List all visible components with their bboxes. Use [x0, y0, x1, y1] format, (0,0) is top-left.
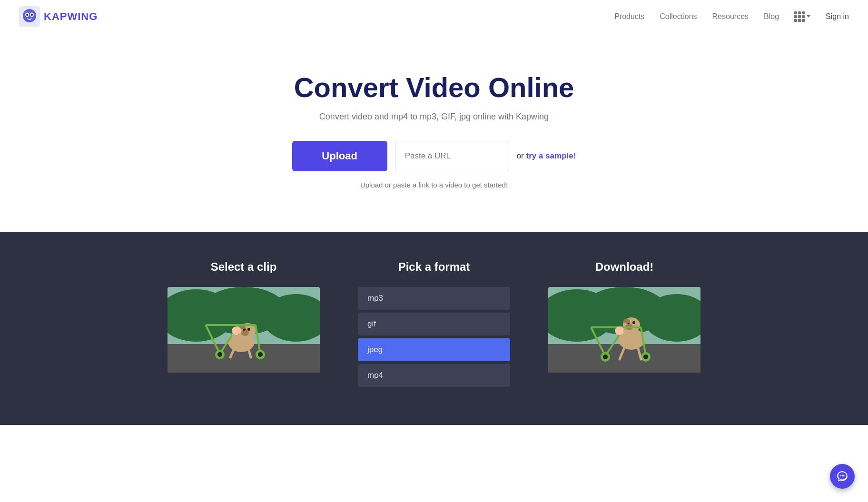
svg-point-51: [643, 354, 648, 359]
format-gif[interactable]: gif: [358, 313, 510, 335]
hero-subtitle: Convert video and mp4 to mp3, GIF, jpg o…: [319, 112, 549, 122]
nav-links: Products Collections Resources Blog Sign…: [614, 11, 849, 22]
url-input[interactable]: [395, 141, 509, 171]
navbar: KAPWING Products Collections Resources B…: [0, 0, 868, 33]
svg-point-26: [258, 352, 263, 357]
svg-point-5: [31, 13, 33, 16]
format-mp3[interactable]: mp3: [358, 287, 510, 310]
svg-point-1: [23, 9, 36, 22]
logo-label: KAPWING: [44, 10, 98, 23]
clip-thumbnail[interactable]: [168, 287, 320, 373]
svg-point-16: [247, 328, 250, 331]
or-text: or try a sample!: [517, 151, 576, 161]
hero-section: Convert Video Online Convert video and m…: [0, 33, 868, 232]
clip-scene-svg: [168, 287, 320, 373]
apps-grid-button[interactable]: [794, 11, 810, 22]
format-mp4[interactable]: mp4: [358, 364, 510, 387]
logo-icon: [19, 6, 40, 27]
svg-point-52: [615, 326, 624, 335]
svg-point-4: [26, 13, 28, 16]
logo[interactable]: KAPWING: [19, 6, 98, 27]
upload-button[interactable]: Upload: [292, 141, 387, 171]
upload-row: Upload or try a sample!: [292, 141, 576, 171]
steps-row: Select a clip: [148, 260, 720, 387]
grid-icon: [794, 11, 805, 22]
step-pick-format: Pick a format mp3 gif jpeg mp4: [339, 260, 529, 387]
svg-point-49: [603, 354, 608, 359]
upload-hint: Upload or paste a link to a video to get…: [360, 181, 508, 189]
nav-resources[interactable]: Resources: [712, 12, 749, 21]
hero-title: Convert Video Online: [294, 71, 574, 103]
chevron-down-icon: [807, 15, 810, 18]
step1-title: Select a clip: [211, 260, 277, 274]
download-thumbnail: [548, 287, 700, 373]
nav-products[interactable]: Products: [614, 12, 644, 21]
step2-title: Pick a format: [398, 260, 470, 274]
svg-point-41: [632, 321, 635, 324]
nav-collections[interactable]: Collections: [660, 12, 697, 21]
step-download: Download!: [529, 260, 720, 387]
nav-blog[interactable]: Blog: [764, 12, 779, 21]
svg-point-42: [623, 319, 630, 324]
step-select-clip: Select a clip: [148, 260, 339, 387]
signin-link[interactable]: Sign in: [826, 12, 849, 21]
download-scene-svg: [548, 287, 700, 373]
svg-point-24: [217, 352, 222, 357]
steps-section: Select a clip: [0, 232, 868, 425]
format-list: mp3 gif jpeg mp4: [358, 287, 510, 387]
step3-title: Download!: [595, 260, 654, 274]
try-sample-link[interactable]: try a sample!: [526, 151, 576, 160]
format-jpeg[interactable]: jpeg: [358, 338, 510, 361]
